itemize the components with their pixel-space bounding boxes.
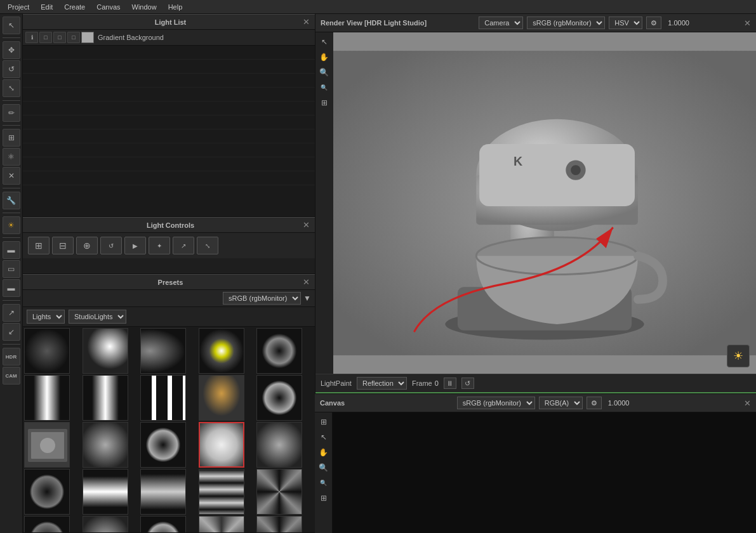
toolbar-down-btn[interactable]: ↙ <box>3 323 20 341</box>
preset-item[interactable] <box>24 328 70 374</box>
light-list-row[interactable] <box>23 46 315 60</box>
menu-edit[interactable]: Edit <box>36 2 58 12</box>
preset-item[interactable] <box>256 375 302 421</box>
lc-btn-arrow[interactable]: ↗ <box>173 237 194 254</box>
menu-help[interactable]: Help <box>163 2 188 12</box>
light-list-row[interactable] <box>23 157 315 171</box>
ll-color-swatch[interactable] <box>81 32 94 43</box>
lc-btn-diag[interactable]: ⤡ <box>197 237 218 254</box>
ll-btn-1[interactable]: □ <box>39 32 52 43</box>
ll-btn-2[interactable]: □ <box>53 32 66 43</box>
canvas-settings-btn[interactable]: ⚙ <box>587 397 602 409</box>
preset-item[interactable] <box>199 328 244 374</box>
render-settings-btn[interactable]: ⚙ <box>646 16 661 29</box>
toolbar-cam-btn[interactable]: CAM <box>3 367 20 385</box>
lp-pause-btn[interactable]: ⏸ <box>444 378 456 389</box>
canvas-content[interactable] <box>333 412 756 533</box>
preset-item[interactable] <box>140 516 186 532</box>
preset-item[interactable] <box>83 422 128 468</box>
lp-refresh-btn[interactable]: ↺ <box>461 378 474 389</box>
preset-item[interactable] <box>83 516 128 532</box>
menu-create[interactable]: Create <box>59 2 90 12</box>
presets-filter-lights[interactable]: Lights <box>27 310 65 324</box>
toolbar-rect2-btn[interactable]: ▭ <box>3 260 20 278</box>
rv-hand-btn[interactable]: ✋ <box>317 50 331 64</box>
toolbar-rotate-btn[interactable]: ↺ <box>3 60 20 78</box>
ll-info-btn[interactable]: ℹ <box>25 32 38 43</box>
preset-item[interactable] <box>199 469 244 515</box>
toolbar-sun-btn[interactable]: ☀ <box>3 216 20 234</box>
light-list-row[interactable] <box>23 143 315 157</box>
rv-zoom-btn[interactable]: 🔍 <box>317 65 331 79</box>
toolbar-rect3-btn[interactable]: ▬ <box>3 279 20 297</box>
preset-item[interactable] <box>24 516 70 532</box>
toolbar-scale-btn[interactable]: ⤡ <box>3 79 20 97</box>
menu-canvas[interactable]: Canvas <box>91 2 125 12</box>
cv-zoom-btn[interactable]: 🔍 <box>317 461 331 475</box>
toolbar-atom-btn[interactable]: ⚛ <box>3 148 20 166</box>
presets-filter-studio[interactable]: StudioLights <box>69 310 126 324</box>
lc-btn-flip[interactable]: ↺ <box>100 237 122 254</box>
toolbar-paint-btn[interactable]: ✏ <box>3 104 20 122</box>
render-display-select[interactable]: HSV <box>609 16 642 29</box>
lc-btn-sun[interactable]: ✦ <box>149 237 170 254</box>
toolbar-grid-btn[interactable]: ⊞ <box>3 129 20 147</box>
rv-frame-btn[interactable]: ⊞ <box>317 96 331 110</box>
lp-mode-select[interactable]: Reflection <box>357 377 407 390</box>
toolbar-arrow-btn[interactable]: ↗ <box>3 304 20 322</box>
render-camera-select[interactable]: Camera <box>479 16 523 29</box>
preset-item[interactable] <box>140 422 186 468</box>
cv-hand-btn[interactable]: ✋ <box>317 445 331 459</box>
canvas-close[interactable]: ✕ <box>744 398 751 408</box>
light-list-row[interactable] <box>23 74 315 88</box>
rv-zoom2-btn[interactable]: 🔍 <box>317 81 331 95</box>
light-list-close[interactable]: ✕ <box>303 17 310 27</box>
preset-item-selected[interactable] <box>199 422 244 468</box>
rv-select-btn[interactable]: ↖ <box>317 35 331 49</box>
preset-item[interactable] <box>83 328 128 374</box>
presets-color-select[interactable]: sRGB (rgbMonitor) <box>223 292 301 305</box>
render-colormode-select[interactable]: sRGB (rgbMonitor) <box>527 16 605 29</box>
preset-item[interactable] <box>83 469 128 515</box>
toolbar-rect1-btn[interactable]: ▬ <box>3 241 20 259</box>
preset-item[interactable] <box>199 375 244 421</box>
preset-item[interactable] <box>140 328 186 374</box>
light-controls-close[interactable]: ✕ <box>303 220 310 230</box>
menu-window[interactable]: Window <box>127 2 162 12</box>
light-list-content[interactable] <box>23 46 315 216</box>
presets-close[interactable]: ✕ <box>303 277 310 287</box>
menu-project[interactable]: Project <box>3 2 34 12</box>
cv-select-btn[interactable]: ↖ <box>317 430 331 444</box>
cv-zoom2-btn[interactable]: 🔍 <box>317 476 331 490</box>
light-list-row[interactable] <box>23 60 315 74</box>
preset-item[interactable] <box>199 516 244 532</box>
toolbar-hdr-btn[interactable]: HDR <box>3 348 20 365</box>
render-close[interactable]: ✕ <box>744 18 751 28</box>
presets-grid-container[interactable] <box>23 327 315 532</box>
render-sun-btn[interactable]: ☀ <box>727 345 750 367</box>
preset-item[interactable] <box>256 516 302 532</box>
lc-btn-play[interactable]: ▶ <box>124 237 146 254</box>
cv-frame-btn[interactable]: ⊞ <box>317 491 331 505</box>
lc-btn-scale[interactable]: ⊟ <box>52 237 74 254</box>
lc-btn-move[interactable]: ⊞ <box>28 237 50 254</box>
light-list-row[interactable] <box>23 102 315 115</box>
preset-item[interactable] <box>24 375 70 421</box>
preset-item[interactable] <box>256 328 302 374</box>
canvas-display-select[interactable]: RGB(A) <box>539 397 583 409</box>
toolbar-x-btn[interactable]: ✕ <box>3 167 20 185</box>
preset-item[interactable] <box>83 375 128 421</box>
preset-item[interactable] <box>24 469 70 515</box>
light-list-row[interactable] <box>23 129 315 143</box>
light-list-row[interactable] <box>23 171 315 185</box>
cv-move-btn[interactable]: ⊞ <box>317 415 331 429</box>
preset-item[interactable] <box>24 422 70 468</box>
preset-item[interactable] <box>140 375 186 421</box>
light-list-row[interactable] <box>23 88 315 102</box>
preset-item[interactable] <box>140 469 186 515</box>
toolbar-select-btn[interactable]: ↖ <box>3 16 20 34</box>
lc-btn-rotate[interactable]: ⊕ <box>76 237 98 254</box>
toolbar-move-btn[interactable]: ✥ <box>3 41 20 59</box>
light-list-row[interactable] <box>23 115 315 129</box>
toolbar-wrench-btn[interactable]: 🔧 <box>3 192 20 209</box>
